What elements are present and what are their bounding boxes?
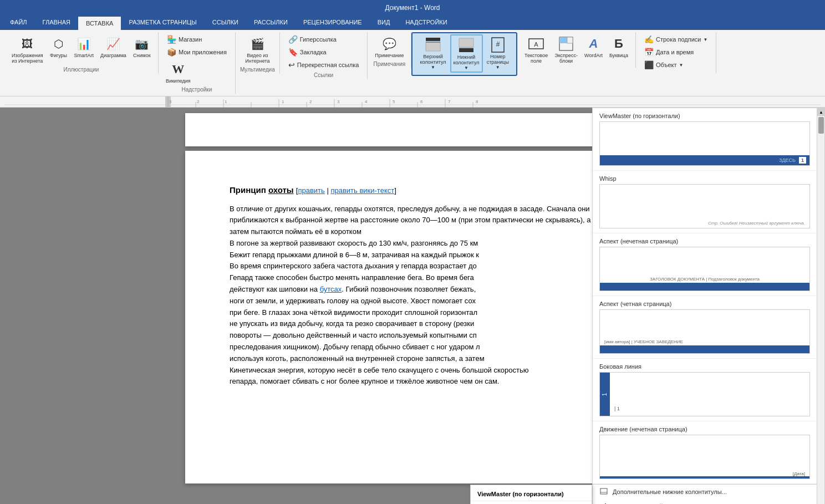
apps-label: Мои приложения [179,49,227,55]
apps-icon: 📦 [167,48,176,57]
tab-file[interactable]: ФАЙЛ [2,16,35,30]
svg-text:5: 5 [393,99,395,104]
btn-smartart[interactable]: 📊 SmartArt [72,33,97,60]
quick-parts-icon [557,35,575,53]
tab-view[interactable]: ВИД [370,16,398,30]
footer-option-motion-odd[interactable]: Движение (нечетная страница) [Дата] [593,421,817,484]
btn-cross-ref[interactable]: ↩ Перекрестная ссылка [284,59,363,71]
btn-object[interactable]: ⬛ Объект ▼ [640,59,687,71]
whisp-label: Whisp [599,175,810,182]
btn-dropcap[interactable]: Б Буквица [607,33,631,60]
sidebar-label: Боковая линия [599,363,810,370]
datetime-label: Дата и время [656,49,694,55]
btn-my-apps[interactable]: 📦 Мои приложения [163,46,231,58]
page-paragraph-2: В погоне за жертвой развивают скорость д… [230,238,595,250]
butsy-link[interactable]: бутсах [320,285,342,293]
btn-wikipedia[interactable]: W Википедия [163,59,193,85]
panel-scrollbar[interactable]: ▲ ▼ [817,108,824,504]
svg-text:2: 2 [197,99,200,104]
tab-review[interactable]: РЕЦЕНЗИРОВАНИЕ [296,16,370,30]
footer-option-aspect-even[interactable]: Аспект (четная страница) [имя автора] | … [593,296,817,359]
chart-icon: 📈 [104,35,122,53]
page-paragraph-13: Кинетическая энергия, которую несёт в се… [230,365,595,376]
btn-datetime[interactable]: 📅 Дата и время [640,46,697,58]
scroll-thumb[interactable] [818,117,824,134]
scroll-track [817,116,824,504]
footer-option-aspect-odd[interactable]: Аспект (нечетная страница) ЗАГОЛОВОК ДОК… [593,233,817,296]
footer-option-viewmaster[interactable]: ViewMaster (по горизонтали) ЗДЕСЬ 1 [593,108,817,171]
svg-text:7: 7 [448,99,451,104]
btn-shapes[interactable]: ⬡ Фигуры [47,33,70,60]
store-label: Магазин [179,36,202,43]
btn-quick-parts[interactable]: Экспресс-блоки [552,33,580,65]
panel-content: ViewMaster (по горизонтали) ЗДЕСЬ 1 Whis… [593,108,824,484]
btn-images[interactable]: 🖼 Изображенияиз Интернета [9,33,46,65]
motion-odd-text: [Дата] [793,471,805,476]
tab-references[interactable]: ССЫЛКИ [205,16,246,30]
page-paragraph-7: ноги от земли, и удерживать голову на од… [230,296,595,307]
group-addins: 🏪 Магазин 📦 Мои приложения W Википедия Н… [159,32,236,94]
svg-text:3: 3 [337,99,340,104]
btn-wordart[interactable]: A WordArt [582,33,605,60]
motion-odd-preview: [Дата] [599,435,810,479]
svg-text:A: A [534,41,538,48]
heading-links: [править | править вики-текст] [296,186,396,195]
viewmaster-footer-bar: ЗДЕСЬ 1 [600,155,809,165]
btn-video[interactable]: 🎬 Видео изИнтернета [242,33,272,65]
whisp-preview: Стр. Ошибка! Неизвестный аргумент ключа. [599,184,810,228]
scroll-up-btn[interactable]: ▲ [817,108,825,116]
btn-header[interactable]: Верхнийколонтитул ▼ [417,34,449,72]
viewmaster-preview: ЗДЕСЬ 1 [599,121,810,166]
edit-wiki-link[interactable]: править вики-текст [330,186,394,195]
tab-insert[interactable]: ВСТАВКА [78,16,121,30]
aspect-even-preview: [имя автора] | УЧЕБНОЕ ЗАВЕДЕНИЕ [599,309,810,354]
btn-footer[interactable]: Нижнийколонтитул ▼ [450,34,483,73]
motion-odd-line [600,476,809,478]
screenshot-icon: 📷 [133,35,151,53]
btn-comment[interactable]: 💬 Примечание [372,33,406,60]
sidebar-text: | 1 [614,406,620,411]
bookmark-icon: 🔖 [288,48,298,57]
submenu-title: ViewMaster (по горизонтали) [471,487,592,501]
sidebar-page-num: 1 [602,393,608,396]
footer-option-sidebar[interactable]: Боковая линия 1 | 1 [593,359,817,421]
wordart-icon: A [584,35,602,53]
page-paragraph-4: Во время спринтерского забега частота ды… [230,261,595,272]
menu-edit-footer[interactable]: Изменить нижний колонтитул [593,499,824,504]
page-paragraph-12: используя коготь, расположенный на внутр… [230,353,595,365]
group-comments-label: Примечания [373,61,405,67]
tab-addins[interactable]: НАДСТРОЙКИ [398,16,455,30]
edit-footer-icon [599,502,608,504]
btn-store[interactable]: 🏪 Магазин [163,33,206,45]
btn-textbox[interactable]: A Текстовоеполе [522,33,551,65]
btn-screenshot[interactable]: 📷 Снимок [130,33,154,60]
page-heading: Принцип охоты [править | править вики-те… [230,184,595,197]
dropcap-icon: Б [610,35,628,53]
btn-chart[interactable]: 📈 Диаграмма [98,33,129,60]
group-links-label: Ссылки [314,72,333,78]
footer-menu-bottom: Дополнительные нижние колонтитулы... Изм… [593,484,824,504]
tab-mailings[interactable]: РАССЫЛКИ [246,16,296,30]
group-multimedia-label: Мультимедиа [240,67,275,73]
tab-page-layout[interactable]: РАЗМЕТКА СТРАНИЦЫ [121,16,204,30]
btn-page-number[interactable]: # Номерстраницы ▼ [484,34,512,72]
menu-more-footers[interactable]: Дополнительные нижние колонтитулы... [593,485,824,499]
page-top-stub [185,113,640,146]
svg-rect-12 [567,37,573,43]
page-paragraph-6: действуют как шиповки на бутсах. Гибкий … [230,284,595,296]
page-paragraph-14: гепарда, помогает сбивать с ног более кр… [230,376,595,388]
footer-option-whisp[interactable]: Whisp Стр. Ошибка! Неизвестный аргумент … [593,171,817,233]
wikipedia-label: Википедия [166,78,191,84]
document-title: Документ1 - Word [385,4,440,12]
btn-bookmark[interactable]: 🔖 Закладка [284,46,330,58]
document-area: Принцип охоты [править | править вики-те… [0,108,825,504]
page-content-area: Принцип охоты [править | править вики-те… [230,184,595,388]
btn-hyperlink[interactable]: 🔗 Гиперссылка [284,33,340,45]
signature-icon: ✍ [644,35,654,44]
aspect-odd-preview: ЗАГОЛОВОК ДОКУМЕНТА | Подзаголовок докум… [599,247,810,291]
btn-signature-line[interactable]: ✍ Строка подписи ▼ [640,33,711,45]
edit-link[interactable]: править [298,186,324,195]
tab-home[interactable]: ГЛАВНАЯ [35,16,78,30]
ruler-svg: 3 2 1 1 2 3 4 5 6 7 8 [4,96,821,108]
group-multimedia: 🎬 Видео изИнтернета Мультимедиа [236,32,280,74]
